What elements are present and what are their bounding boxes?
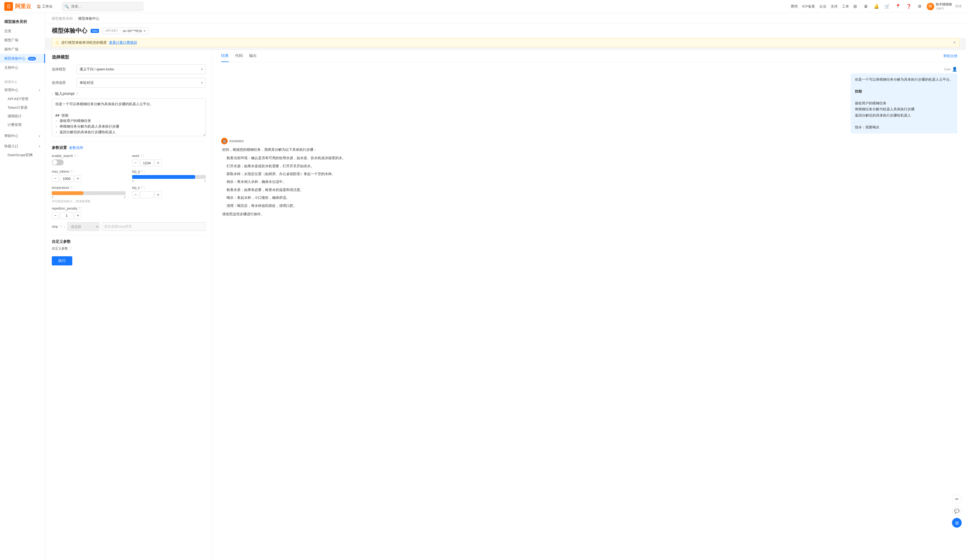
stop-help[interactable]: ? <box>60 225 62 228</box>
scene-dropdown-arrow: ▾ <box>201 81 203 85</box>
top-k-decrement[interactable]: − <box>132 191 139 198</box>
sidebar-item-token[interactable]: Token计算器 <box>0 103 45 112</box>
nav-ticket[interactable]: 工单 <box>842 4 849 9</box>
temperature-max: 2 <box>124 195 125 199</box>
seed-decrement[interactable]: − <box>132 159 139 166</box>
sidebar-item-docs[interactable]: 文档中心 <box>0 63 45 72</box>
sidebar-item-collapsed[interactable]: 管理中心 ∧ <box>0 85 45 95</box>
top-k-help[interactable]: ? <box>141 186 143 190</box>
max-tokens-decrement[interactable]: − <box>52 175 59 182</box>
language-toggle[interactable]: 简体 <box>955 4 962 9</box>
execute-button[interactable]: 执行 <box>52 256 72 265</box>
model-exp-label: 模型体验中心 <box>4 56 25 61</box>
logo-area: ☰ 阿里云 🏠 工作台 <box>4 2 56 11</box>
sidebar-item-model-market[interactable]: 模型广场 <box>0 36 45 45</box>
select-model-title: 选择模型 <box>52 54 206 60</box>
user-msg-instruction: 指令：我要喝水 <box>855 124 953 130</box>
monitor-icon[interactable]: 🖥 <box>862 3 869 10</box>
notice-close-icon[interactable]: ✕ <box>953 41 956 44</box>
assistant-icon: 🤖 <box>221 138 228 145</box>
temperature-hint: 对结果影响较大，请谨慎调整 <box>52 199 126 204</box>
temperature-help[interactable]: ? <box>71 186 72 190</box>
overview-label: 总览 <box>4 29 12 33</box>
top-p-slider-wrap: 0 1 <box>132 175 206 182</box>
nav-links: 费用 ICP备案 企业 支持 工单 <box>791 4 849 9</box>
sidebar-item-dashscope[interactable]: DashScope官网 <box>0 151 45 159</box>
left-panel: 选择模型 选择模型 通义千问 / qwen-turbo ▾ 使用场景 单轮对话 … <box>45 50 212 560</box>
stop-label: stop <box>52 225 58 228</box>
max-tokens-help[interactable]: ? <box>71 170 72 174</box>
step-2: 获取水杯：从指定位置（如厨房、办公桌或卧室）拿起一个空的水杯。 <box>222 171 957 177</box>
seed-label: seed <box>132 154 139 158</box>
tab-result[interactable]: 结果 <box>221 50 229 62</box>
search-area: 🔍 <box>62 2 143 11</box>
help-doc-link[interactable]: 帮助文档 <box>943 54 957 59</box>
repetition-penalty-increment[interactable]: + <box>74 212 81 219</box>
repetition-penalty-decrement[interactable]: − <box>52 212 59 219</box>
sidebar-item-plugin-market[interactable]: 插件广场 <box>0 45 45 54</box>
grid-icon[interactable]: ⊞ <box>851 3 859 10</box>
page-header: 模型体验中心 beta API-KEY sk-9d***f81b ▾ <box>45 23 966 38</box>
seed-increment[interactable]: + <box>155 159 162 166</box>
location-icon[interactable]: 📍 <box>894 3 902 10</box>
sidebar-item-overview[interactable]: 总览 <box>0 26 45 36</box>
nav-feiyong[interactable]: 费用 <box>791 4 798 9</box>
settings-icon[interactable]: ⚙ <box>916 3 923 10</box>
sidebar-item-help-collapsed[interactable]: 帮助中心 ∨ <box>0 131 45 141</box>
user-menu[interactable]: 猫 牧羊猪猫猫 主账号 <box>927 2 952 10</box>
api-key-arrow: ▾ <box>144 29 146 33</box>
sidebar-item-api-key[interactable]: API-KEY管理 <box>0 95 45 103</box>
cart-icon[interactable]: 🛒 <box>884 3 891 10</box>
user-msg-intro: 你是一个可以将模糊任务分解为具体执行步骤的机器人云平台。 <box>855 77 953 82</box>
hamburger-menu[interactable]: ☰ <box>4 2 13 11</box>
bell-icon[interactable]: 🔔 <box>873 3 880 10</box>
tab-output[interactable]: 输出 <box>249 50 257 62</box>
api-key-selector[interactable]: API-KEY sk-9d***f81b ▾ <box>102 28 149 34</box>
sidebar-item-model-exp[interactable]: 模型体验中心 beta <box>0 54 45 63</box>
scene-dropdown[interactable]: 单轮对话 ▾ <box>77 78 206 88</box>
workbench-button[interactable]: 🏠 工作台 <box>33 3 56 10</box>
grid-float-btn[interactable]: ⊞ <box>952 518 962 528</box>
max-tokens-value: 1500 <box>60 175 73 182</box>
search-icon: 🔍 <box>64 4 69 9</box>
max-tokens-increment[interactable]: + <box>74 175 81 182</box>
sidebar-item-stats[interactable]: 调用统计 <box>0 112 45 121</box>
seed-help[interactable]: ? <box>140 154 142 158</box>
sidebar-item-quickentry-collapsed[interactable]: 快捷入口 ∧ <box>0 141 45 151</box>
step-5: 喝水：拿起水杯，小口慢饮，确保舒适。 <box>222 194 957 201</box>
assistant-content: 好的，根据您的模糊任务，我将其分解为以下具体执行步骤： 检查当前环境：确认是否有… <box>221 146 957 217</box>
repetition-penalty-help[interactable]: ? <box>79 207 80 210</box>
top-p-slider[interactable] <box>132 175 206 179</box>
scene-label: 使用场景 <box>52 80 73 85</box>
api-key-value: sk-9d***f81b <box>123 29 142 33</box>
breadcrumb-parent[interactable]: 模型服务灵积 <box>52 16 73 21</box>
notice-link[interactable]: 查看计量计费规则 <box>109 40 137 45</box>
top-k-increment[interactable]: + <box>155 191 162 198</box>
search-input[interactable] <box>62 2 143 11</box>
model-dropdown[interactable]: 通义千问 / qwen-turbo ▾ <box>77 64 206 74</box>
stop-type-select[interactable]: 请选择 <box>67 222 100 231</box>
notice-banner: ⚠ 进行模型体验将消耗您的额度 查看计量计费规则 ✕ <box>52 38 959 47</box>
enable-search-toggle[interactable] <box>52 159 64 165</box>
params-link[interactable]: 参数说明 <box>69 145 83 150</box>
prompt-textarea[interactable]: 你是一个可以将模糊任务分解为具体执行步骤的机器人云平台。 ## 技能 - 接收用… <box>52 99 206 136</box>
enable-search-help[interactable]: ? <box>74 154 76 158</box>
edit-float-btn[interactable]: ✏ <box>952 494 962 504</box>
prompt-help-icon[interactable]: ? <box>76 92 78 96</box>
temperature-slider[interactable] <box>52 191 126 195</box>
sidebar-item-billing[interactable]: 计费管理 <box>0 121 45 129</box>
max-tokens-stepper: − 1500 + <box>52 175 81 182</box>
chat-float-btn[interactable]: 💬 <box>952 506 962 516</box>
top-p-help[interactable]: ? <box>141 170 143 174</box>
top-p-max: 1 <box>204 179 206 182</box>
breadcrumb: 模型服务灵积 / 模型体验中心 <box>45 13 966 23</box>
custom-add-help[interactable]: ? <box>70 247 71 251</box>
page-beta-badge: beta <box>90 29 99 33</box>
assistant-message: 🤖 Assistant 好的，根据您的模糊任务，我将其分解为以下具体执行步骤： … <box>221 138 957 217</box>
tab-code[interactable]: 代码 <box>235 50 243 62</box>
help-icon[interactable]: ❓ <box>905 3 913 10</box>
nav-icp[interactable]: ICP备案 <box>802 4 815 9</box>
nav-enterprise[interactable]: 企业 <box>819 4 826 9</box>
max-tokens-label: max_tokens <box>52 170 69 174</box>
nav-support[interactable]: 支持 <box>831 4 838 9</box>
